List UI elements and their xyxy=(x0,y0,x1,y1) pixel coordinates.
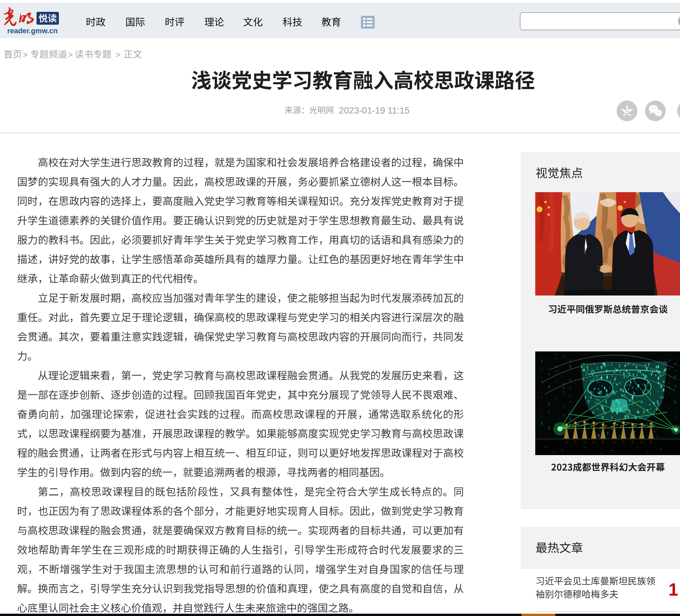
svg-text:reader.gmw.cn: reader.gmw.cn xyxy=(7,27,58,35)
svg-text:>: > xyxy=(68,50,73,60)
svg-text:2023-01-19 11:15: 2023-01-19 11:15 xyxy=(339,105,409,115)
svg-text:>: > xyxy=(115,50,120,60)
svg-text:>: > xyxy=(23,50,28,60)
svg-text:1: 1 xyxy=(669,580,678,599)
